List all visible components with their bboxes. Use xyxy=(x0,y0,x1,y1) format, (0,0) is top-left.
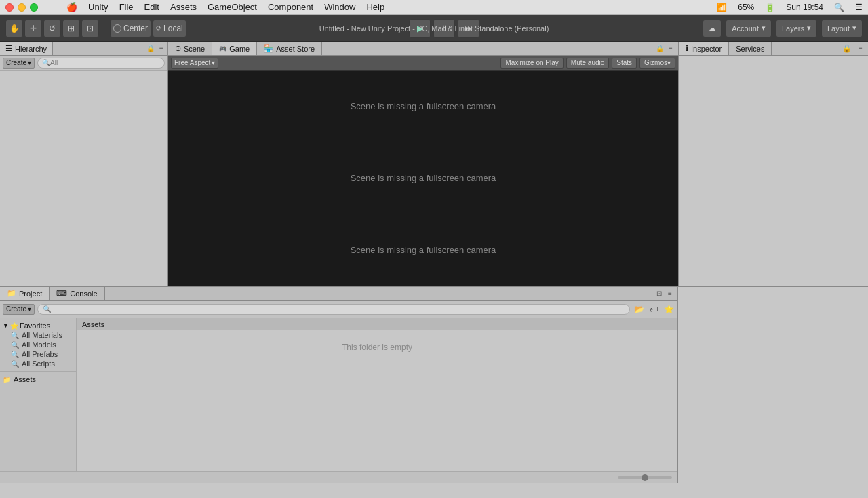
game-tab[interactable]: 🎮 Game xyxy=(212,42,257,55)
all-scripts-item[interactable]: 🔍 All Scripts xyxy=(0,359,76,368)
hierarchy-toolbar: Create ▾ xyxy=(0,56,167,71)
inspector-tab[interactable]: ℹ Inspector xyxy=(679,42,729,55)
menu-file[interactable]: File xyxy=(114,1,139,14)
assets-section: 📁 Assets xyxy=(0,371,76,384)
menu-unity[interactable]: Unity xyxy=(83,1,114,14)
search-icon[interactable]: 🔍 xyxy=(834,3,844,12)
gizmos-btn[interactable]: Gizmos ▾ xyxy=(639,58,675,69)
project-content: ▼ ⭐ Favorites 🔍 All Materials 🔍 All Mode… xyxy=(0,318,677,471)
star-filter-btn[interactable]: ⭐ xyxy=(663,303,675,315)
create-arrow-icon: ▾ xyxy=(28,305,31,313)
all-materials-item[interactable]: 🔍 All Materials xyxy=(0,330,76,340)
scene-tab-bar: ⊙ Scene 🎮 Game 🏪 Asset Store 🔒 ≡ xyxy=(168,42,678,56)
maximize-on-play-btn[interactable]: Maximize on Play xyxy=(500,58,563,69)
asset-store-tab[interactable]: 🏪 Asset Store xyxy=(257,42,322,55)
project-expand-btn[interactable]: ⊡ xyxy=(654,289,664,299)
all-prefabs-icon: 🔍 xyxy=(11,351,19,358)
apple-menu[interactable]: 🍎 xyxy=(61,1,83,14)
all-materials-icon: 🔍 xyxy=(11,332,19,339)
unity-toolbar: ✋ ✛ ↺ ⊞ ⊡ Center ⟳ Local Untitled - New … xyxy=(0,15,868,42)
cloud-button[interactable]: ☁ xyxy=(703,20,722,37)
stats-btn[interactable]: Stats xyxy=(612,58,637,69)
project-tab-bar: 📁 Project ⌨ Console ⊡ ≡ xyxy=(0,287,677,301)
game-viewport: Scene is missing a fullscreen camera Sce… xyxy=(168,71,678,286)
menu-bar: 🍎 Unity File Edit Assets GameObject Comp… xyxy=(0,0,390,14)
project-panel: 📁 Project ⌨ Console ⊡ ≡ Create ▾ xyxy=(0,287,678,483)
hierarchy-create-btn[interactable]: Create ▾ xyxy=(3,58,35,69)
inspector-lock-btn[interactable]: 🔒 xyxy=(842,44,856,53)
filter-btn[interactable]: 🏷 xyxy=(648,303,660,315)
step-button[interactable]: ⏭ xyxy=(458,19,479,38)
hierarchy-content xyxy=(0,71,167,286)
all-models-item[interactable]: 🔍 All Models xyxy=(0,340,76,349)
menu-help[interactable]: Help xyxy=(361,1,390,14)
battery-icon: 🔋 xyxy=(765,3,775,12)
services-tab[interactable]: Services xyxy=(729,42,772,55)
folder-view-btn[interactable]: 📂 xyxy=(633,303,645,315)
menu-gameobject[interactable]: GameObject xyxy=(202,1,262,14)
menu-window[interactable]: Window xyxy=(319,1,361,14)
list-icon[interactable]: ☰ xyxy=(855,3,863,12)
menu-edit[interactable]: Edit xyxy=(139,1,165,14)
search-mag-icon: 🔍 xyxy=(43,305,51,313)
create-chevron-icon: ▾ xyxy=(28,59,31,66)
slider-thumb[interactable] xyxy=(642,474,648,481)
play-button[interactable]: ▶ xyxy=(409,19,431,38)
rect-tool[interactable]: ⊡ xyxy=(81,20,99,37)
layout-chevron-icon: ▾ xyxy=(852,24,856,33)
favorites-header[interactable]: ▼ ⭐ Favorites xyxy=(0,321,76,330)
layout-dropdown[interactable]: Layout ▾ xyxy=(821,20,863,37)
pivot-center-btn[interactable]: Center xyxy=(110,20,151,37)
project-tab[interactable]: 📁 Project xyxy=(0,287,50,300)
scene-lock-btn[interactable]: 🔒 xyxy=(655,44,665,54)
missing-camera-middle: Scene is missing a fullscreen camera xyxy=(351,173,496,183)
assets-content-area: Assets This folder is empty xyxy=(77,318,677,471)
layers-dropdown[interactable]: Layers ▾ xyxy=(776,20,817,37)
project-search-input[interactable] xyxy=(37,304,630,315)
aspect-ratio-dropdown[interactable]: Free Aspect ▾ xyxy=(171,58,218,69)
move-tool[interactable]: ✛ xyxy=(24,20,42,37)
missing-camera-bottom: Scene is missing a fullscreen camera xyxy=(351,245,496,255)
inspector-menu-btn[interactable]: ≡ xyxy=(856,44,865,54)
pivot-icon xyxy=(113,24,121,33)
hierarchy-tab[interactable]: ☰ Hierarchy xyxy=(0,42,53,55)
scene-panel-controls: 🔒 ≡ xyxy=(655,44,678,54)
mute-audio-btn[interactable]: Mute audio xyxy=(566,58,609,69)
pivot-group: Center ⟳ Local xyxy=(110,20,186,37)
playback-controls: ▶ ⏸ ⏭ xyxy=(189,19,700,38)
bottom-panels: 📁 Project ⌨ Console ⊡ ≡ Create ▾ xyxy=(0,286,868,483)
pause-button[interactable]: ⏸ xyxy=(433,19,455,38)
hierarchy-menu-btn[interactable]: ≡ xyxy=(157,44,166,54)
project-toolbar: Create ▾ 🔍 📂 🏷 ⭐ xyxy=(0,301,677,318)
all-prefabs-item[interactable]: 🔍 All Prefabs xyxy=(0,349,76,359)
hierarchy-search-input[interactable] xyxy=(37,58,165,69)
console-tab[interactable]: ⌨ Console xyxy=(50,287,104,300)
scene-tab[interactable]: ⊙ Scene xyxy=(168,42,212,55)
layers-chevron-icon: ▾ xyxy=(807,24,811,33)
inspector-tab-bar: ℹ Inspector Services 🔒 ≡ xyxy=(679,42,868,56)
chevron-down-icon: ▾ xyxy=(762,24,766,33)
assets-bottom-bar xyxy=(0,471,677,483)
rotate-tool[interactable]: ↺ xyxy=(43,20,61,37)
pivot-local-btn[interactable]: ⟳ Local xyxy=(153,20,186,37)
project-create-btn[interactable]: Create ▾ xyxy=(3,304,35,315)
empty-folder-message: This folder is empty xyxy=(77,330,677,364)
game-icon: 🎮 xyxy=(219,45,226,52)
asset-size-slider[interactable] xyxy=(618,476,672,479)
account-dropdown[interactable]: Account ▾ xyxy=(726,20,772,37)
assets-folder-item[interactable]: 📁 Assets xyxy=(0,375,76,384)
clock: Sun 19:54 xyxy=(786,3,823,12)
hierarchy-panel-controls: 🔒 ≡ xyxy=(146,44,167,54)
hierarchy-lock-btn[interactable]: 🔒 xyxy=(146,44,155,54)
project-menu-btn[interactable]: ≡ xyxy=(665,289,675,299)
inspector-icon: ℹ xyxy=(686,44,688,53)
menu-component[interactable]: Component xyxy=(262,1,319,14)
top-panels: ☰ Hierarchy 🔒 ≡ Create ▾ xyxy=(0,42,868,286)
scene-panel: ⊙ Scene 🎮 Game 🏪 Asset Store 🔒 ≡ xyxy=(168,42,678,286)
scale-tool[interactable]: ⊞ xyxy=(62,20,80,37)
scene-menu-btn[interactable]: ≡ xyxy=(666,44,675,54)
inspector-bottom-area xyxy=(678,287,868,483)
hand-tool[interactable]: ✋ xyxy=(5,20,23,37)
menu-assets[interactable]: Assets xyxy=(165,1,202,14)
battery-level: 65% xyxy=(738,3,754,12)
